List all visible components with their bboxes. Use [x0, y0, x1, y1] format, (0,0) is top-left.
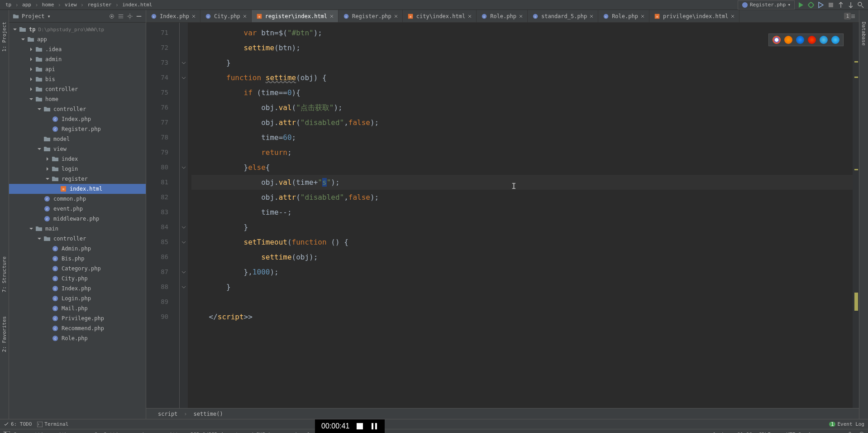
context-script[interactable]: script — [155, 411, 180, 417]
code-line[interactable]: </script>> — [191, 309, 853, 324]
editor-tab[interactable]: Hcity\index.html — [403, 10, 477, 22]
firefox-icon[interactable] — [784, 36, 792, 44]
close-icon[interactable] — [468, 14, 472, 18]
fold-marker[interactable] — [180, 279, 188, 294]
tree-item[interactable]: Cmiddleware.php — [9, 214, 146, 224]
fold-marker[interactable] — [180, 235, 188, 250]
code-line[interactable]: function settime(obj) { — [191, 70, 853, 85]
code-line[interactable]: return; — [191, 145, 853, 160]
collapse-icon[interactable] — [118, 13, 124, 19]
project-tree[interactable]: tp D:\phpstudy_pro\WWW\tp app.ideaadmina… — [9, 23, 146, 419]
tree-item[interactable]: admin — [9, 54, 146, 64]
editor-tab[interactable]: Hprivilege\index.html — [649, 10, 740, 22]
code-line[interactable]: time--; — [191, 205, 853, 220]
tool-window-icon[interactable] — [4, 431, 10, 433]
tree-item[interactable]: CAdmin.php — [9, 244, 146, 254]
tree-item[interactable]: CCity.php — [9, 274, 146, 284]
opera-icon[interactable] — [808, 36, 816, 44]
line-number[interactable]: 74 — [146, 70, 179, 85]
tree-item[interactable]: controller — [9, 104, 146, 114]
search-button[interactable] — [857, 1, 864, 9]
status-line-separator[interactable]: CRLF — [758, 432, 771, 433]
tree-item[interactable]: CBis.php — [9, 254, 146, 264]
editor-tab[interactable]: CRole.php — [598, 10, 649, 22]
tree-item[interactable]: .idea — [9, 44, 146, 54]
status-encoding[interactable]: UTF-8 — [786, 432, 801, 433]
fold-marker[interactable] — [180, 130, 188, 145]
status-indent[interactable]: 4 spaces — [807, 432, 831, 433]
debug-button[interactable] — [807, 1, 815, 9]
video-pause-button[interactable] — [370, 422, 378, 430]
close-icon[interactable] — [192, 14, 196, 18]
line-number[interactable]: 77 — [146, 115, 179, 130]
close-icon[interactable] — [590, 14, 593, 18]
marker-rail[interactable] — [853, 23, 859, 408]
code-line[interactable]: obj.attr("disabled",false); — [191, 115, 853, 130]
close-icon[interactable] — [641, 14, 644, 18]
line-number[interactable]: 78 — [146, 130, 179, 145]
line-number[interactable]: 90 — [146, 309, 179, 324]
fold-marker[interactable] — [180, 40, 188, 55]
run-config-dropdown[interactable]: Register.php ▾ — [738, 0, 795, 10]
chrome-icon[interactable] — [773, 36, 781, 44]
fold-marker[interactable] — [180, 220, 188, 235]
editor-tab[interactable]: CCity.php — [200, 10, 252, 22]
safari-icon[interactable] — [796, 36, 804, 44]
code-line[interactable]: } — [191, 279, 853, 294]
close-icon[interactable] — [243, 14, 247, 18]
line-number[interactable]: 75 — [146, 85, 179, 100]
code-line[interactable]: obj.val("点击获取"); — [191, 100, 853, 115]
event-log-button[interactable]: 1 Event Log — [829, 421, 864, 427]
tree-item[interactable]: CRole.php — [9, 333, 146, 343]
line-number[interactable]: 76 — [146, 100, 179, 115]
tree-item[interactable]: home — [9, 94, 146, 104]
close-icon[interactable] — [330, 14, 334, 18]
fold-marker[interactable] — [180, 145, 188, 160]
line-number[interactable]: 82 — [146, 190, 179, 205]
tree-item[interactable]: Hindex.html — [9, 184, 146, 194]
tree-item[interactable]: CMail.php — [9, 303, 146, 313]
code-line[interactable]: },1000); — [191, 265, 853, 279]
editor-tab[interactable]: Cstandard_5.php — [528, 10, 598, 22]
hide-icon[interactable] — [136, 13, 142, 19]
code-line[interactable]: settime(obj); — [191, 250, 853, 265]
project-panel-title[interactable]: Project ▾ — [13, 13, 51, 19]
breadcrumb-item[interactable]: index.html — [120, 2, 154, 8]
fold-marker[interactable] — [180, 175, 188, 190]
tree-item[interactable]: CIndex.php — [9, 284, 146, 293]
git-update-button[interactable] — [837, 1, 844, 9]
fold-marker[interactable] — [180, 85, 188, 100]
todo-tab[interactable]: 6: TODO — [4, 421, 32, 427]
fold-marker[interactable] — [180, 100, 188, 115]
breadcrumb-item[interactable]: home — [40, 2, 56, 8]
code-line[interactable]: settime(btn); — [191, 40, 853, 55]
tree-item[interactable]: CRecommend.php — [9, 323, 146, 333]
database-tool-tab[interactable]: Database — [860, 19, 868, 48]
project-tool-tab[interactable]: 1: Project — [0, 19, 8, 54]
tree-item[interactable]: main — [9, 224, 146, 234]
editor-tab[interactable]: Hregister\index.html — [252, 10, 339, 22]
close-icon[interactable] — [731, 14, 734, 18]
tree-item[interactable]: controller — [9, 234, 146, 244]
code-line[interactable]: obj.val(time+"s"); — [191, 175, 853, 190]
fold-marker[interactable] — [180, 70, 188, 85]
tree-item[interactable]: login — [9, 164, 146, 174]
line-number[interactable]: 80 — [146, 160, 179, 175]
editor-tab[interactable]: CRole.php — [477, 10, 528, 22]
line-number[interactable]: 87 — [146, 265, 179, 279]
git-commit-button[interactable] — [847, 1, 854, 9]
code-line[interactable]: setTimeout(function () { — [191, 235, 853, 250]
tree-item[interactable]: bis — [9, 74, 146, 84]
run-button[interactable] — [797, 1, 805, 9]
coverage-button[interactable] — [817, 1, 825, 9]
close-icon[interactable] — [519, 14, 523, 18]
tree-item[interactable]: api — [9, 64, 146, 74]
tree-item[interactable]: CPrivilege.php — [9, 313, 146, 323]
fold-marker[interactable] — [180, 294, 188, 309]
locate-icon[interactable] — [109, 13, 115, 19]
favorites-tool-tab[interactable]: 2: Favorites — [0, 313, 8, 355]
line-number[interactable]: 81 — [146, 175, 179, 190]
editor-tab[interactable]: CIndex.php — [146, 10, 200, 22]
code-line[interactable]: var btn=$("#btn"); — [191, 25, 853, 40]
fold-marker[interactable] — [180, 25, 188, 40]
